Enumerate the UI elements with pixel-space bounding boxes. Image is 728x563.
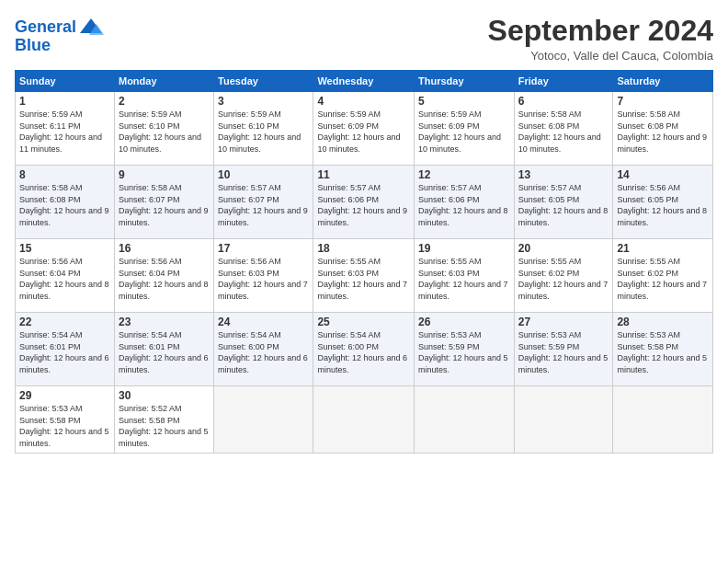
day-info: Sunrise: 5:55 AM Sunset: 6:03 PM Dayligh… — [317, 256, 410, 302]
calendar-cell: 22 Sunrise: 5:54 AM Sunset: 6:01 PM Dayl… — [16, 313, 115, 386]
day-info: Sunrise: 5:59 AM Sunset: 6:09 PM Dayligh… — [418, 109, 510, 155]
weekday-wednesday: Wednesday — [313, 71, 415, 92]
day-number: 5 — [418, 95, 510, 108]
month-title: September 2024 — [488, 15, 713, 47]
logo: General Blue — [15, 15, 104, 55]
day-number: 7 — [617, 95, 709, 108]
day-number: 27 — [518, 316, 609, 328]
day-info: Sunrise: 5:59 AM Sunset: 6:10 PM Dayligh… — [119, 109, 210, 155]
day-number: 8 — [19, 168, 110, 181]
day-info: Sunrise: 5:57 AM Sunset: 6:05 PM Dayligh… — [518, 182, 609, 228]
calendar-cell: 11 Sunrise: 5:57 AM Sunset: 6:06 PM Dayl… — [313, 166, 415, 239]
day-info: Sunrise: 5:58 AM Sunset: 6:08 PM Dayligh… — [617, 109, 709, 155]
day-number: 17 — [218, 242, 309, 255]
day-number: 25 — [317, 316, 410, 328]
logo-icon — [78, 15, 104, 40]
calendar-cell: 19 Sunrise: 5:55 AM Sunset: 6:03 PM Dayl… — [415, 239, 515, 313]
day-info: Sunrise: 5:56 AM Sunset: 6:04 PM Dayligh… — [19, 256, 110, 302]
day-info: Sunrise: 5:58 AM Sunset: 6:08 PM Dayligh… — [19, 182, 110, 228]
calendar-cell: 9 Sunrise: 5:58 AM Sunset: 6:07 PM Dayli… — [114, 166, 213, 239]
calendar-cell: 15 Sunrise: 5:56 AM Sunset: 6:04 PM Dayl… — [16, 239, 115, 313]
day-number: 23 — [119, 316, 210, 328]
day-number: 18 — [317, 242, 410, 255]
weekday-thursday: Thursday — [415, 71, 515, 92]
page: General Blue September 2024 Yotoco, Vall… — [0, 0, 728, 563]
day-number: 21 — [617, 242, 709, 255]
calendar-week-row: 22 Sunrise: 5:54 AM Sunset: 6:01 PM Dayl… — [16, 313, 713, 386]
calendar-week-row: 29 Sunrise: 5:53 AM Sunset: 5:58 PM Dayl… — [16, 386, 713, 453]
calendar-cell: 1 Sunrise: 5:59 AM Sunset: 6:11 PM Dayli… — [16, 92, 115, 166]
day-number: 1 — [19, 95, 110, 108]
day-number: 22 — [19, 316, 110, 328]
calendar-cell: 7 Sunrise: 5:58 AM Sunset: 6:08 PM Dayli… — [613, 92, 713, 166]
calendar-cell: 13 Sunrise: 5:57 AM Sunset: 6:05 PM Dayl… — [514, 166, 613, 239]
day-info: Sunrise: 5:53 AM Sunset: 5:59 PM Dayligh… — [418, 329, 510, 375]
calendar-cell: 3 Sunrise: 5:59 AM Sunset: 6:10 PM Dayli… — [214, 92, 313, 166]
calendar-cell: 12 Sunrise: 5:57 AM Sunset: 6:06 PM Dayl… — [415, 166, 515, 239]
location: Yotoco, Valle del Cauca, Colombia — [488, 49, 713, 63]
calendar-cell: 30 Sunrise: 5:52 AM Sunset: 5:58 PM Dayl… — [114, 386, 213, 453]
calendar-cell: 18 Sunrise: 5:55 AM Sunset: 6:03 PM Dayl… — [313, 239, 415, 313]
calendar-cell: 8 Sunrise: 5:58 AM Sunset: 6:08 PM Dayli… — [16, 166, 115, 239]
weekday-monday: Monday — [114, 71, 213, 92]
day-info: Sunrise: 5:53 AM Sunset: 5:58 PM Dayligh… — [19, 403, 110, 449]
calendar-cell — [313, 386, 415, 453]
day-number: 19 — [418, 242, 510, 255]
calendar-cell: 28 Sunrise: 5:53 AM Sunset: 5:58 PM Dayl… — [613, 313, 713, 386]
logo-text-blue: Blue — [15, 37, 51, 55]
calendar-week-row: 8 Sunrise: 5:58 AM Sunset: 6:08 PM Dayli… — [16, 166, 713, 239]
day-info: Sunrise: 5:57 AM Sunset: 6:06 PM Dayligh… — [317, 182, 410, 228]
day-info: Sunrise: 5:59 AM Sunset: 6:11 PM Dayligh… — [19, 109, 110, 155]
day-number: 14 — [617, 168, 709, 181]
day-info: Sunrise: 5:57 AM Sunset: 6:06 PM Dayligh… — [418, 182, 510, 228]
day-info: Sunrise: 5:58 AM Sunset: 6:08 PM Dayligh… — [518, 109, 609, 155]
calendar-cell: 24 Sunrise: 5:54 AM Sunset: 6:00 PM Dayl… — [214, 313, 313, 386]
logo-text-general: General — [15, 18, 76, 37]
day-number: 10 — [218, 168, 309, 181]
calendar-cell: 23 Sunrise: 5:54 AM Sunset: 6:01 PM Dayl… — [114, 313, 213, 386]
day-info: Sunrise: 5:56 AM Sunset: 6:05 PM Dayligh… — [617, 182, 709, 228]
calendar-cell: 25 Sunrise: 5:54 AM Sunset: 6:00 PM Dayl… — [313, 313, 415, 386]
calendar-cell — [214, 386, 313, 453]
day-info: Sunrise: 5:54 AM Sunset: 6:00 PM Dayligh… — [218, 329, 309, 375]
day-info: Sunrise: 5:58 AM Sunset: 6:07 PM Dayligh… — [119, 182, 210, 228]
calendar-cell: 16 Sunrise: 5:56 AM Sunset: 6:04 PM Dayl… — [114, 239, 213, 313]
day-info: Sunrise: 5:55 AM Sunset: 6:03 PM Dayligh… — [418, 256, 510, 302]
day-info: Sunrise: 5:53 AM Sunset: 5:58 PM Dayligh… — [617, 329, 709, 375]
day-info: Sunrise: 5:53 AM Sunset: 5:59 PM Dayligh… — [518, 329, 609, 375]
calendar-cell — [613, 386, 713, 453]
calendar-cell: 6 Sunrise: 5:58 AM Sunset: 6:08 PM Dayli… — [514, 92, 613, 166]
calendar-cell: 17 Sunrise: 5:56 AM Sunset: 6:03 PM Dayl… — [214, 239, 313, 313]
day-number: 29 — [19, 389, 110, 402]
calendar-cell: 27 Sunrise: 5:53 AM Sunset: 5:59 PM Dayl… — [514, 313, 613, 386]
day-info: Sunrise: 5:59 AM Sunset: 6:10 PM Dayligh… — [218, 109, 309, 155]
calendar-table: SundayMondayTuesdayWednesdayThursdayFrid… — [15, 70, 713, 453]
day-number: 6 — [518, 95, 609, 108]
day-info: Sunrise: 5:54 AM Sunset: 6:01 PM Dayligh… — [19, 329, 110, 375]
day-number: 26 — [418, 316, 510, 328]
day-number: 4 — [317, 95, 410, 108]
calendar-cell: 26 Sunrise: 5:53 AM Sunset: 5:59 PM Dayl… — [415, 313, 515, 386]
day-number: 13 — [518, 168, 609, 181]
calendar-cell: 20 Sunrise: 5:55 AM Sunset: 6:02 PM Dayl… — [514, 239, 613, 313]
weekday-header-row: SundayMondayTuesdayWednesdayThursdayFrid… — [16, 71, 713, 92]
day-number: 11 — [317, 168, 410, 181]
day-info: Sunrise: 5:59 AM Sunset: 6:09 PM Dayligh… — [317, 109, 410, 155]
calendar-cell: 10 Sunrise: 5:57 AM Sunset: 6:07 PM Dayl… — [214, 166, 313, 239]
weekday-sunday: Sunday — [16, 71, 115, 92]
day-info: Sunrise: 5:56 AM Sunset: 6:04 PM Dayligh… — [119, 256, 210, 302]
day-info: Sunrise: 5:54 AM Sunset: 6:00 PM Dayligh… — [317, 329, 410, 375]
day-number: 28 — [617, 316, 709, 328]
calendar-cell — [415, 386, 515, 453]
day-info: Sunrise: 5:56 AM Sunset: 6:03 PM Dayligh… — [218, 256, 309, 302]
calendar-cell — [514, 386, 613, 453]
calendar-cell: 5 Sunrise: 5:59 AM Sunset: 6:09 PM Dayli… — [415, 92, 515, 166]
day-number: 16 — [119, 242, 210, 255]
day-number: 12 — [418, 168, 510, 181]
calendar-cell: 2 Sunrise: 5:59 AM Sunset: 6:10 PM Dayli… — [114, 92, 213, 166]
day-info: Sunrise: 5:52 AM Sunset: 5:58 PM Dayligh… — [119, 403, 210, 449]
weekday-friday: Friday — [514, 71, 613, 92]
title-block: September 2024 Yotoco, Valle del Cauca, … — [488, 15, 713, 63]
day-number: 15 — [19, 242, 110, 255]
day-info: Sunrise: 5:55 AM Sunset: 6:02 PM Dayligh… — [518, 256, 609, 302]
